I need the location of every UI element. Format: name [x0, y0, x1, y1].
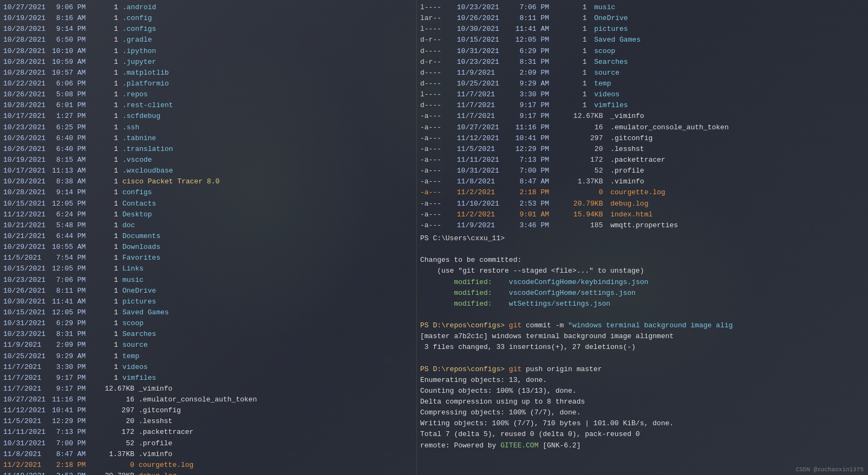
delta-line: Delta compression using up to 8 threads: [420, 397, 865, 407]
blank-line-3: [420, 353, 865, 364]
table-row: 11/9/2021 2:09 PM 1 source: [3, 340, 413, 351]
table-row: -a--- 11/10/2021 2:53 PM 20.79KB debug.l…: [420, 199, 865, 209]
table-row: 10/19/2021 8:16 AM 1 .config: [3, 13, 413, 24]
table-row: 11/2/2021 2:18 PM 0 courgette.log: [3, 460, 413, 471]
table-row: 10/27/2021 9:06 PM 1 .android: [3, 2, 413, 13]
write-line: Writing objects: 100% (7/7), 710 bytes |…: [420, 418, 865, 429]
table-row: -a--- 11/12/2021 10:41 PM 297 .gitconfig: [420, 133, 865, 144]
modified-line-2: modified: vscodeConfigHome/settings.json: [420, 288, 865, 299]
table-row: -a--- 11/11/2021 7:13 PM 172 .packettrac…: [420, 155, 865, 166]
compress-line: Compressing objects: 100% (7/7), done.: [420, 407, 865, 418]
table-row: 10/31/2021 6:29 PM 1 scoop: [3, 318, 413, 329]
table-row: 10/21/2021 6:44 PM 1 Documents: [3, 231, 413, 242]
table-row: 10/23/2021 7:06 PM 1 music: [3, 275, 413, 286]
modified-line-1: modified: vscodeConfigHome/keybindings.j…: [420, 277, 865, 288]
table-row: -a--- 11/2/2021 2:18 PM 0 courgette.log: [420, 187, 865, 198]
table-row: 10/31/2021 7:00 PM 52 .profile: [3, 438, 413, 449]
table-row: 10/28/2021 8:38 AM 1 cisco Packet Tracer…: [3, 176, 413, 187]
table-row: 10/29/2021 10:55 AM 1 Downloads: [3, 242, 413, 253]
enum-line: Enumerating objects: 13, done.: [420, 375, 865, 386]
table-row: 10/15/2021 12:05 PM 1 Contacts: [3, 199, 413, 209]
table-row: 11/8/2021 8:47 AM 1.37KB .viminfo: [3, 449, 413, 460]
remote-line: remote: Powered by GITEE.COM [GNK-6.2]: [420, 440, 865, 451]
git-commit-line: PS D:\repos\configs> git commit -m "wind…: [420, 320, 865, 331]
blank-line-2: [420, 309, 865, 320]
table-row: 10/23/2021 6:25 PM 1 .ssh: [3, 122, 413, 133]
table-row: 10/27/2021 11:16 PM 16 .emulator_console…: [3, 394, 413, 405]
table-row: 11/12/2021 10:41 PM 297 .gitconfig: [3, 405, 413, 416]
table-row: 10/22/2021 6:06 PM 1 .platformio: [3, 78, 413, 89]
commit-result: [master a7b2c1c] windows terminal backgr…: [420, 331, 865, 342]
table-row: lar-- 10/26/2021 8:11 PM 1 OneDrive: [420, 13, 865, 24]
table-row: 11/12/2021 6:24 PM 1 Desktop: [3, 209, 413, 220]
table-row: 11/7/2021 9:17 PM 1 vimfiles: [3, 373, 413, 384]
table-row: 10/28/2021 6:50 PM 1 .gradle: [3, 35, 413, 45]
table-row: 10/17/2021 1:27 PM 1 .scfdebug: [3, 111, 413, 122]
watermark: CSDN @xuchaoxin1375: [796, 466, 864, 473]
prompt-line-1: PS C:\Users\cxxu_11>: [420, 233, 865, 244]
blank-line: [420, 244, 865, 255]
changes-use: (use "git restore --staged <file>..." to…: [420, 266, 865, 276]
table-row: l---- 11/7/2021 3:30 PM 1 videos: [420, 89, 865, 100]
pane-right: l---- 10/23/2021 7:06 PM 1 music lar-- 1…: [417, 0, 868, 475]
table-row: 11/7/2021 9:17 PM 12.67KB _viminfo: [3, 384, 413, 394]
table-row: 10/26/2021 5:08 PM 1 .repos: [3, 89, 413, 100]
table-row: -a--- 11/7/2021 9:17 PM 12.67KB _viminfo: [420, 111, 865, 122]
table-row: d-r-- 10/15/2021 12:05 PM 1 Saved Games: [420, 35, 865, 45]
table-row: l---- 10/30/2021 11:41 AM 1 pictures: [420, 24, 865, 35]
pane-left: 10/27/2021 9:06 PM 1 .android 10/19/2021…: [0, 0, 417, 475]
table-row: 10/28/2021 10:59 AM 1 .jupyter: [3, 57, 413, 68]
git-push-line: PS D:\repos\configs> git push origin mas…: [420, 364, 865, 375]
table-row: 10/21/2021 5:48 PM 1 doc: [3, 220, 413, 231]
table-row: -a--- 11/9/2021 3:46 PM 185 wmqtt.proper…: [420, 220, 865, 231]
files-changed: 3 files changed, 33 insertions(+), 27 de…: [420, 342, 865, 353]
table-row: 10/28/2021 6:01 PM 1 .rest-client: [3, 100, 413, 111]
total-line: Total 7 (delta 5), reused 0 (delta 0), p…: [420, 429, 865, 440]
table-row: -a--- 10/31/2021 7:00 PM 52 .profile: [420, 166, 865, 176]
table-row: 10/17/2021 11:13 AM 1 .wxcloudbase: [3, 166, 413, 176]
modified-line-3: modified: wtSettings/settings.json: [420, 299, 865, 309]
table-row: 10/28/2021 10:57 AM 1 .matplotlib: [3, 68, 413, 78]
table-row: -a--- 11/2/2021 9:01 AM 15.94KB index.ht…: [420, 209, 865, 220]
table-row: d---- 11/7/2021 9:17 PM 1 vimfiles: [420, 100, 865, 111]
table-row: 11/11/2021 7:13 PM 172 .packettracer: [3, 427, 413, 438]
table-row: 10/15/2021 12:05 PM 1 Links: [3, 263, 413, 274]
table-row: l---- 10/23/2021 7:06 PM 1 music: [420, 2, 865, 13]
table-row: 11/10/2021 2:53 PM 20.79KB debug.log: [3, 471, 413, 475]
table-row: 10/26/2021 8:11 PM 1 OneDrive: [3, 286, 413, 296]
table-row: 10/25/2021 9:29 AM 1 temp: [3, 351, 413, 362]
table-row: 10/28/2021 9:14 PM 1 configs: [3, 187, 413, 198]
table-row: 11/5/2021 7:54 PM 1 Favorites: [3, 253, 413, 263]
table-row: 10/26/2021 6:40 PM 1 .translation: [3, 144, 413, 155]
table-row: 10/28/2021 9:14 PM 1 .configs: [3, 24, 413, 35]
table-row: -a--- 11/5/2021 12:29 PM 20 .lesshst: [420, 144, 865, 155]
table-row: 11/7/2021 3:30 PM 1 videos: [3, 362, 413, 373]
table-row: d---- 10/31/2021 6:29 PM 1 scoop: [420, 46, 865, 57]
terminal-wrapper: 10/27/2021 9:06 PM 1 .android 10/19/2021…: [0, 0, 868, 475]
table-row: 11/5/2021 12:29 PM 20 .lesshst: [3, 416, 413, 427]
table-row: 10/15/2021 12:05 PM 1 Saved Games: [3, 307, 413, 318]
table-row: -a--- 10/27/2021 11:16 PM 16 .emulator_c…: [420, 122, 865, 133]
table-row: 10/23/2021 8:31 PM 1 Searches: [3, 329, 413, 340]
table-row: d---- 10/25/2021 9:29 AM 1 temp: [420, 78, 865, 89]
table-row: -a--- 11/8/2021 8:47 AM 1.37KB .viminfo: [420, 176, 865, 187]
table-row: d-r-- 10/23/2021 8:31 PM 1 Searches: [420, 57, 865, 68]
changes-header: Changes to be committed:: [420, 255, 865, 266]
table-row: 10/30/2021 11:41 AM 1 pictures: [3, 296, 413, 307]
table-row: d---- 11/9/2021 2:09 PM 1 source: [420, 68, 865, 78]
table-row: 10/28/2021 10:10 AM 1 .ipython: [3, 46, 413, 57]
count-line: Counting objects: 100% (13/13), done.: [420, 386, 865, 397]
table-row: 10/26/2021 6:40 PM 1 .tabnine: [3, 133, 413, 144]
table-row: 10/19/2021 8:15 AM 1 .vscode: [3, 155, 413, 166]
